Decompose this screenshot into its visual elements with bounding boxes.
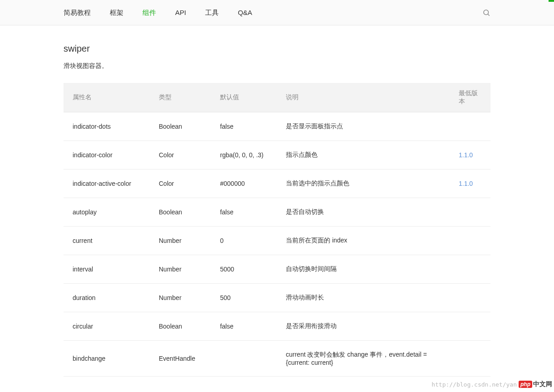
th-prop: 属性名 [64, 83, 150, 112]
cell-desc: 当前选中的指示点颜色 [277, 169, 450, 198]
nav-item-tutorial[interactable]: 简易教程 [64, 0, 91, 25]
top-accent-bar [549, 0, 554, 2]
table-row: intervalNumber5000自动切换时间间隔 [64, 255, 490, 284]
page-description: 滑块视图容器。 [64, 62, 490, 70]
cell-type: Color [150, 169, 211, 198]
nav-item-api[interactable]: API [175, 0, 186, 25]
watermark: http://blog.csdn.net/yan php 中文网 [431, 380, 552, 388]
th-version: 最低版本 [450, 83, 490, 112]
cell-version [450, 112, 490, 141]
cell-default: false [211, 112, 277, 141]
cell-type: EventHandle [150, 341, 211, 377]
cell-prop: indicator-color [64, 141, 150, 169]
table-header-row: 属性名 类型 默认值 说明 最低版本 [64, 83, 490, 112]
cell-desc: 是否显示面板指示点 [277, 112, 450, 141]
cell-prop: bindchange [64, 341, 150, 377]
table-row: bindchangeEventHandlecurrent 改变时会触发 chan… [64, 341, 490, 377]
cell-default: #000000 [211, 169, 277, 198]
table-row: indicator-dotsBooleanfalse是否显示面板指示点 [64, 112, 490, 141]
cell-desc: 指示点颜色 [277, 141, 450, 169]
cell-prop: circular [64, 312, 150, 341]
table-row: indicator-active-colorColor#000000当前选中的指… [64, 169, 490, 198]
cell-version[interactable]: 1.1.0 [450, 169, 490, 198]
cell-type: Color [150, 141, 211, 169]
cell-version [450, 341, 490, 377]
cell-type: Number [150, 284, 211, 312]
cell-type: Boolean [150, 112, 211, 141]
cell-default: rgba(0, 0, 0, .3) [211, 141, 277, 169]
cell-desc: 是否自动切换 [277, 198, 450, 227]
version-link[interactable]: 1.1.0 [459, 151, 473, 159]
th-type: 类型 [150, 83, 211, 112]
cell-version [450, 255, 490, 284]
cell-prop: indicator-dots [64, 112, 150, 141]
svg-line-1 [488, 14, 489, 15]
watermark-php-badge: php [519, 381, 532, 388]
nav-item-component[interactable]: 组件 [142, 0, 156, 25]
cell-type: Number [150, 255, 211, 284]
nav-item-tools[interactable]: 工具 [205, 0, 219, 25]
cell-prop: autoplay [64, 198, 150, 227]
cell-default: 500 [211, 284, 277, 312]
cell-default: 0 [211, 227, 277, 255]
cell-desc: 滑动动画时长 [277, 284, 450, 312]
table-row: circularBooleanfalse是否采用衔接滑动 [64, 312, 490, 341]
content-area: swiper 滑块视图容器。 属性名 类型 默认值 说明 最低版本 indica… [0, 25, 554, 392]
cell-version [450, 227, 490, 255]
cell-prop: indicator-active-color [64, 169, 150, 198]
cell-default [211, 341, 277, 377]
cell-prop: current [64, 227, 150, 255]
cell-default: 5000 [211, 255, 277, 284]
cell-default: false [211, 198, 277, 227]
cell-prop: duration [64, 284, 150, 312]
nav-item-framework[interactable]: 框架 [110, 0, 123, 25]
cell-version [450, 312, 490, 341]
cell-desc: current 改变时会触发 change 事件，event.detail = … [277, 341, 450, 377]
cell-prop: interval [64, 255, 150, 284]
cell-type: Boolean [150, 312, 211, 341]
cell-version [450, 198, 490, 227]
svg-point-0 [484, 10, 489, 15]
table-row: indicator-colorColorrgba(0, 0, 0, .3)指示点… [64, 141, 490, 169]
cell-desc: 自动切换时间间隔 [277, 255, 450, 284]
cell-default: false [211, 312, 277, 341]
watermark-url: http://blog.csdn.net/yan [431, 381, 517, 388]
table-row: autoplayBooleanfalse是否自动切换 [64, 198, 490, 227]
watermark-cn-text: 中文网 [533, 380, 552, 388]
cell-type: Number [150, 227, 211, 255]
properties-table: 属性名 类型 默认值 说明 最低版本 indicator-dotsBoolean… [64, 83, 490, 377]
cell-version[interactable]: 1.1.0 [450, 141, 490, 169]
cell-version [450, 284, 490, 312]
top-nav: 简易教程 框架 组件 API 工具 Q&A [0, 0, 554, 25]
page-title: swiper [64, 44, 490, 54]
cell-desc: 是否采用衔接滑动 [277, 312, 450, 341]
th-default: 默认值 [211, 83, 277, 112]
table-row: durationNumber500滑动动画时长 [64, 284, 490, 312]
table-row: currentNumber0当前所在页面的 index [64, 227, 490, 255]
version-link[interactable]: 1.1.0 [459, 180, 473, 187]
cell-desc: 当前所在页面的 index [277, 227, 450, 255]
nav-item-qa[interactable]: Q&A [238, 0, 252, 25]
search-icon[interactable] [482, 9, 490, 17]
th-desc: 说明 [277, 83, 450, 112]
cell-type: Boolean [150, 198, 211, 227]
